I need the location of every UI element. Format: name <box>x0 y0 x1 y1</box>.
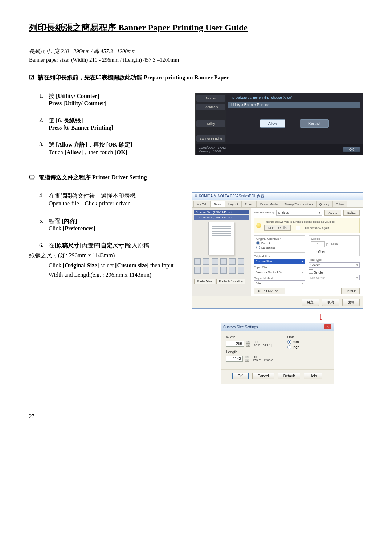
add-button[interactable]: Add... <box>324 210 341 216</box>
width-spinner[interactable]: ▲▼ <box>246 341 250 347</box>
layout-icon[interactable] <box>203 267 209 274</box>
favorite-setting-label: Favorite Setting <box>254 211 274 214</box>
more-details-button[interactable]: More Details <box>264 225 291 231</box>
dont-show-checkbox[interactable] <box>296 226 300 230</box>
spinner-up-icon[interactable]: ▲ <box>246 341 250 344</box>
printer-info-button[interactable]: Printer Information <box>216 279 245 284</box>
print-type-value: 1-Sided <box>310 263 320 267</box>
layout-icon[interactable] <box>212 258 218 265</box>
bookmark-button[interactable]: Bookmark <box>196 104 225 110</box>
step6-en-bold-b: [Custom size] <box>115 262 149 268</box>
tab-mytab[interactable]: My Tab <box>193 201 211 207</box>
cancel-button[interactable]: 取消 <box>322 299 339 306</box>
step3-en-b: ，then touch <box>83 149 114 155</box>
single-checkbox[interactable] <box>309 269 313 274</box>
tab-covermode[interactable]: Cover Mode <box>257 201 281 207</box>
width-input[interactable]: 296 <box>226 341 244 347</box>
default-button[interactable]: Default <box>341 288 360 294</box>
tab-other[interactable]: Other <box>333 201 348 207</box>
original-size-dropdown[interactable]: Custom Size▾ <box>254 259 305 264</box>
single-label: Single <box>314 271 323 274</box>
panel-time: 17:42 <box>218 146 226 149</box>
chevron-down-icon: ▾ <box>356 264 358 267</box>
close-icon[interactable]: ✕ <box>324 324 331 329</box>
tab-finish[interactable]: Finish <box>241 201 257 207</box>
layout-icon[interactable] <box>212 267 218 274</box>
window-title: 🖶 KONICA MINOLTA C652SeriesPCL 內容 <box>192 193 363 200</box>
offset-label: Offset <box>317 250 325 254</box>
unit-mm-radio[interactable] <box>287 340 291 344</box>
restrict-button[interactable]: Restrict <box>300 119 329 128</box>
output-method-value: Print <box>256 282 261 285</box>
ok-button[interactable]: OK <box>343 147 360 152</box>
length-input[interactable]: 1143 <box>226 356 243 362</box>
portrait-radio[interactable] <box>256 241 260 245</box>
chevron-down-icon: ▾ <box>319 211 320 214</box>
printer-icon: 🖶 <box>194 194 199 198</box>
ok-button[interactable]: 確定 <box>302 299 319 306</box>
banner-printing-button[interactable]: Banner Printing <box>196 135 225 142</box>
layout-icon[interactable] <box>220 267 227 274</box>
spinner-down-icon[interactable]: ▼ <box>246 344 250 347</box>
spinner-down-icon[interactable]: ▼ <box>245 359 249 362</box>
step6-zh-line2: 紙張之尺寸(如: 296mm x 1143mm) <box>29 252 184 259</box>
step2-zh: 選 <box>49 117 56 123</box>
portrait-label: Portrait <box>261 242 271 245</box>
copies-input[interactable]: 1 <box>311 241 325 247</box>
offset-checkbox[interactable] <box>311 249 315 253</box>
favorite-setting-value: Untitled <box>278 211 289 214</box>
length-label: Length <box>226 350 277 354</box>
print-type-dropdown[interactable]: 1-Sided▾ <box>309 262 360 268</box>
step-1: 1. 按 [Utility/ Counter] Press [Utility/ … <box>29 93 188 107</box>
step1-zh: 按 <box>49 93 56 99</box>
job-list-button[interactable]: Job List <box>196 95 225 102</box>
spinner-up-icon[interactable]: ▲ <box>245 356 249 358</box>
arrow-down-icon: ↓ <box>210 129 212 133</box>
step6-zh-b: [原稿尺寸] <box>54 242 82 249</box>
tab-quality[interactable]: Quality <box>316 201 333 207</box>
copies-range: [1...9999] <box>326 243 338 246</box>
tab-layout[interactable]: Layout <box>225 201 241 207</box>
layout-icon[interactable] <box>238 258 244 265</box>
cancel-button[interactable]: Cancel <box>252 373 274 379</box>
default-button[interactable]: Default <box>278 373 301 379</box>
monitor-icon: 🖵 <box>29 174 35 180</box>
unit-inch-label: inch <box>293 345 299 349</box>
output-method-dropdown[interactable]: Print▾ <box>254 280 305 286</box>
layout-icon[interactable] <box>194 258 201 265</box>
layout-icon[interactable] <box>229 267 236 274</box>
favorite-setting-dropdown[interactable]: Untitled ▾ <box>276 210 322 216</box>
length-spinner[interactable]: ▲▼ <box>245 356 249 362</box>
allow-button[interactable]: Allow <box>260 119 285 128</box>
edit-button[interactable]: Edit... <box>343 210 360 216</box>
utility-button[interactable]: Utility <box>196 120 225 127</box>
help-button[interactable]: 說明 <box>342 299 360 306</box>
printer-panel-screenshot: Job List Bookmark Utility ↓ Banner Print… <box>195 93 363 155</box>
step1-bold: [Utility/ Counter] <box>56 93 99 99</box>
step-number: 6. <box>29 242 49 249</box>
red-arrow-down-icon: ↓ <box>279 311 363 322</box>
step6-en-bold-a: [Original Size] <box>63 262 99 268</box>
step-5: 5. 點選 [內容] Click [Preferences] <box>29 218 184 232</box>
step5-en-a: Click <box>49 225 63 231</box>
lightbulb-icon <box>256 223 261 228</box>
landscape-radio[interactable] <box>256 246 260 249</box>
tab-stamp[interactable]: Stamp/Composition <box>281 201 316 207</box>
edit-my-tab-button[interactable]: ⚙ Edit My Tab... <box>254 288 285 294</box>
layout-icon[interactable] <box>220 258 227 265</box>
preview-toolbar <box>194 258 249 274</box>
printer-view-button[interactable]: Printer View <box>194 279 215 284</box>
layout-icon[interactable] <box>238 267 244 274</box>
layout-icon[interactable] <box>203 258 209 265</box>
layout-icon[interactable] <box>229 258 236 265</box>
unit-inch-radio[interactable] <box>287 345 291 349</box>
layout-icon[interactable] <box>194 267 201 274</box>
corner-dropdown[interactable]: Left Corner▾ <box>309 275 360 280</box>
ok-button[interactable]: OK <box>232 373 248 379</box>
help-button[interactable]: Help <box>304 373 322 379</box>
corner-value: Left Corner <box>310 276 325 279</box>
size-note-en: Banner paper size: (Width) 210 - 296mm /… <box>29 57 363 63</box>
tab-basic[interactable]: Basic <box>211 201 225 207</box>
paper-size-dropdown[interactable]: Same as Original Size▾ <box>254 270 305 275</box>
info-banner: This tab allows you to arrange setting i… <box>254 218 360 233</box>
